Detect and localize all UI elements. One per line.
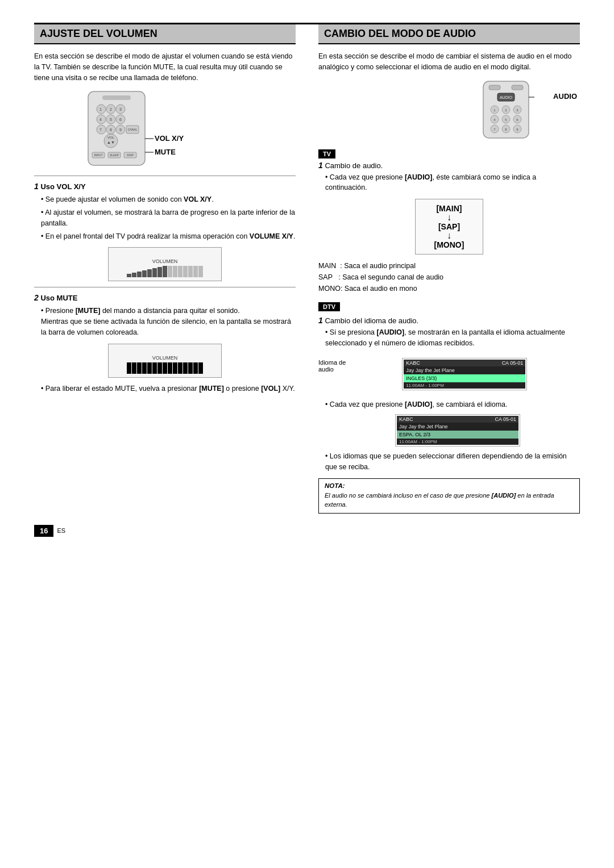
screen-mockup-2: KABC CA 05-01 Jay Jay the Jet Plane ESPA…: [395, 414, 520, 446]
mbar-12: [183, 362, 188, 374]
screen1-ca: CA 05-01: [502, 360, 524, 366]
step2-heading: 2 Uso MUTE: [34, 293, 296, 302]
audio-mode-list: MAIN : Saca el audio principal SAP : Sac…: [318, 260, 580, 294]
right-step2-bullet2-list: Cada vez que presione [AUDIO], se cambia…: [318, 399, 580, 410]
svg-text:DISP: DISP: [127, 153, 134, 157]
screen-header-2: KABC CA 05-01: [397, 416, 518, 423]
step2-num: 2: [34, 293, 39, 302]
step2-bullet-1: Presione [MUTE] del mando a distancia pa…: [41, 306, 296, 337]
nota-text: El audio no se cambiará incluso en el ca…: [325, 491, 574, 510]
mute-bar-label: VOLUMEN: [152, 355, 178, 361]
bar-8: [163, 266, 167, 277]
right-step1-text: Cambio de audio.: [325, 161, 383, 170]
remote-svg: 1 2 3 4 5 6 7 8 9: [80, 89, 154, 168]
step1-bullet-3: En el panel frontal del TV podrá realiza…: [41, 231, 296, 242]
divider-2: [34, 287, 296, 287]
step2-final-bullet: Para liberar el estado MUTE, vuelva a pr…: [41, 383, 296, 394]
right-step1-bullets: Cada vez que presione [AUDIO], éste camb…: [318, 172, 580, 194]
step1-bullet-1: Se puede ajustar el volumen de sonido co…: [41, 194, 296, 205]
svg-text:CANAL: CANAL: [128, 128, 138, 131]
right-step2-bullets: Si se presiona [AUDIO], se mostrarán en …: [318, 327, 580, 349]
right-final-bullet: Los idiomas que se pueden seleccionar di…: [325, 451, 580, 473]
mbar-14: [193, 362, 198, 374]
right-step2-bullet-1: Si se presiona [AUDIO], se mostrarán en …: [325, 327, 580, 349]
mbar-10: [173, 362, 177, 374]
remote-area: 1 2 3 4 5 6 7 8 9: [45, 89, 296, 170]
step1-bullets: Se puede ajustar el volumen de sonido co…: [34, 194, 296, 241]
mute-label: MUTE: [155, 148, 176, 156]
mbar-11: [178, 362, 182, 374]
right-step1: 1 Cambio de audio.: [318, 161, 580, 170]
divider-1: [34, 176, 296, 176]
screen-outer-2: KABC CA 05-01 Jay Jay the Jet Plane ESPA…: [335, 414, 580, 446]
bar-12: [183, 266, 188, 277]
audio-desc-1: MAIN : Saca el audio principal: [318, 260, 580, 272]
right-step1-num: 1: [318, 161, 323, 170]
bar-14: [193, 266, 198, 277]
mode-mono: [MONO]: [422, 240, 476, 249]
left-column: AJUSTE DEL VOLUMEN En esta sección se de…: [34, 24, 296, 514]
right-final-bullets: Los idiomas que se pueden seleccionar di…: [318, 451, 580, 473]
audio-remote-area: AUDIO 1 2 3 4 5 6 7: [318, 78, 580, 143]
vol-label: VOL X/Y: [155, 134, 184, 143]
mute-bars: [127, 362, 203, 374]
bar-3: [137, 272, 142, 277]
main-content: AJUSTE DEL VOLUMEN En esta sección se de…: [34, 24, 580, 514]
mbar-6: [152, 362, 157, 374]
svg-text:3: 3: [119, 107, 122, 111]
svg-text:1: 1: [99, 107, 102, 111]
page-lang: ES: [57, 527, 65, 534]
screen1-channel: KABC: [406, 360, 420, 366]
bar-9: [168, 266, 172, 277]
vol-bar-normal: VOLUMEN: [108, 247, 222, 281]
screen-header-1: KABC CA 05-01: [404, 360, 525, 366]
nota-title: NOTA:: [325, 482, 574, 489]
bar-6: [152, 268, 157, 277]
mode-main: [MAIN]: [422, 204, 476, 213]
screen2-time: 11:00AM - 1:00PM: [397, 439, 518, 445]
mbar-7: [157, 362, 162, 374]
step1-heading: 1 Uso VOL X/Y: [34, 182, 296, 191]
right-step2-bullet-2: Cada vez que presione [AUDIO], se cambia…: [325, 399, 580, 410]
bar-10: [173, 266, 177, 277]
arrow-2: ↓: [422, 231, 476, 240]
left-intro: En esta sección se describe el modo de a…: [34, 51, 296, 83]
bar-11: [178, 266, 182, 277]
bar-7: [157, 267, 162, 277]
right-step2-text: Cambio del idioma de audio.: [325, 316, 418, 325]
step2-bullets: Presione [MUTE] del mando a distancia pa…: [34, 306, 296, 337]
svg-text:4: 4: [99, 118, 102, 122]
mbar-8: [163, 362, 167, 374]
step1-bullet-2: Al ajustar el volumen, se mostrará la ba…: [41, 207, 296, 229]
step2-heading-text: Uso MUTE: [40, 294, 77, 302]
right-section-title: CAMBIO DEL MODO DE AUDIO: [318, 24, 580, 44]
mbar-5: [147, 362, 152, 374]
left-section-title: AJUSTE DEL VOLUMEN: [34, 24, 296, 44]
tv-label: TV: [318, 149, 335, 158]
svg-text:8: 8: [110, 128, 112, 132]
right-column: CAMBIO DEL MODO DE AUDIO En esta sección…: [318, 24, 580, 514]
audio-remote-svg: AUDIO 1 2 3 4 5 6 7: [478, 78, 534, 141]
bar-1: [127, 274, 131, 277]
arrow-1: ↓: [422, 213, 476, 222]
audio-desc-2: SAP : Saca el segundo canal de audio: [318, 272, 580, 283]
vol-bar-muted: VOLUMEN: [108, 344, 222, 378]
screen1-lang: INGLES (3/3): [404, 374, 525, 382]
page-number: 16: [34, 525, 53, 537]
vol-bar-label: VOLUMEN: [152, 258, 178, 264]
audio-mode-diagram: [MAIN] ↓ [SAP] ↓ [MONO]: [415, 199, 483, 254]
mbar-9: [168, 362, 172, 374]
mbar-4: [142, 362, 147, 374]
step1-heading-text: Uso VOL X/Y: [40, 182, 85, 191]
svg-text:9: 9: [119, 128, 122, 132]
svg-text:INPUT: INPUT: [94, 153, 103, 157]
mbar-13: [188, 362, 193, 374]
page-number-bar: 16 ES: [34, 525, 580, 537]
screen2-lang: ESPA. OL 2/3: [397, 431, 518, 439]
right-step1-bullet-1: Cada vez que presione [AUDIO], éste camb…: [325, 172, 580, 194]
screen1-show: Jay Jay the Jet Plane: [404, 366, 525, 374]
mbar-1: [127, 362, 131, 374]
bar-2: [132, 273, 136, 277]
right-step2: 1 Cambio del idioma de audio.: [318, 316, 580, 325]
svg-text:SLEEP: SLEEP: [110, 153, 119, 157]
